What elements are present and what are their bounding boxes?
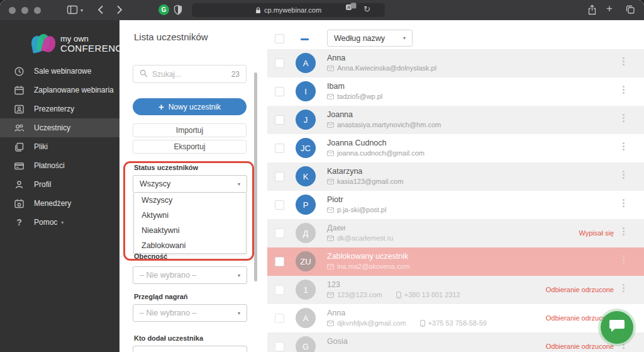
status-filter-select[interactable]: Wszyscy ▾ bbox=[133, 175, 247, 193]
close-window-button[interactable] bbox=[9, 7, 16, 14]
grammarly-extension-icon[interactable]: G bbox=[158, 4, 169, 15]
avatar: JC bbox=[296, 138, 316, 158]
participant-email: p.ja-ski@post.pl bbox=[337, 206, 386, 213]
sidebar-item-prezenterzy[interactable]: Prezenterzy bbox=[0, 99, 119, 118]
participant-name: 123 bbox=[327, 280, 460, 289]
sidebar-item-pliki[interactable]: Pliki bbox=[0, 137, 119, 156]
kebab-menu-icon[interactable] bbox=[620, 86, 626, 94]
tab-overview-icon[interactable] bbox=[625, 4, 635, 14]
participant-row[interactable]: AAnnaAnna.Kwiecinska@dolnyslask.pl bbox=[267, 49, 644, 77]
zoom-window-button[interactable] bbox=[34, 7, 41, 14]
export-button[interactable]: Eksportuj bbox=[133, 140, 247, 154]
sidebar-toggle-icon[interactable] bbox=[67, 4, 78, 15]
sidebar-item-zaplanowane-webinaria[interactable]: Zaplanowane webinaria bbox=[0, 81, 119, 99]
presenters-icon bbox=[14, 104, 25, 115]
chevron-down-icon[interactable]: ▾ bbox=[80, 8, 83, 13]
participant-row[interactable]: PPiotrp.ja-ski@post.pl bbox=[267, 191, 644, 219]
sidebar-item-label: Zaplanowane webinaria bbox=[34, 86, 114, 94]
sidebar-item-label: Menedżery bbox=[34, 199, 71, 208]
avatar: I bbox=[296, 81, 316, 101]
new-participant-button[interactable]: + Nowy uczestnik bbox=[133, 98, 247, 115]
forward-button[interactable] bbox=[116, 4, 123, 15]
kebab-menu-icon[interactable] bbox=[620, 256, 626, 264]
row-checkbox[interactable] bbox=[275, 285, 284, 295]
participant-row[interactable]: JJoannaanastasiya.martynovich@hm.com bbox=[267, 106, 644, 134]
import-button[interactable]: Importuj bbox=[133, 123, 247, 137]
envelope-icon bbox=[327, 207, 334, 213]
recordings-filter-value: – Nie wybrano – bbox=[140, 309, 196, 317]
row-checkbox[interactable] bbox=[275, 200, 284, 210]
row-checkbox[interactable] bbox=[275, 59, 284, 68]
presence-filter-select[interactable]: – Nie wybrano – ▾ bbox=[133, 266, 247, 284]
row-checkbox[interactable] bbox=[275, 229, 284, 238]
row-checkbox[interactable] bbox=[275, 314, 284, 323]
share-icon[interactable] bbox=[587, 4, 597, 16]
sidebar-item-label: Sale webinarowe bbox=[34, 67, 91, 76]
row-checkbox[interactable] bbox=[275, 144, 284, 153]
logo-line2: CONFERENCE bbox=[60, 43, 129, 54]
status-option-zablokowani[interactable]: Zablokowani bbox=[134, 238, 246, 253]
kebab-menu-icon[interactable] bbox=[620, 114, 626, 122]
reload-icon[interactable]: ↻ bbox=[364, 5, 370, 13]
envelope-icon bbox=[327, 292, 334, 298]
webinar-rooms-icon bbox=[14, 66, 25, 77]
participant-row[interactable]: ZUZablokowany uczestnikina.ma2@akovena.c… bbox=[267, 247, 644, 276]
row-checkbox[interactable] bbox=[275, 87, 284, 96]
added-by-filter-select[interactable] bbox=[133, 346, 247, 352]
status-filter-label: Status uczestników bbox=[134, 164, 198, 171]
svg-text:A: A bbox=[347, 5, 350, 9]
kebab-menu-icon[interactable] bbox=[620, 227, 626, 236]
kebab-menu-icon[interactable] bbox=[620, 171, 626, 179]
managers-icon bbox=[14, 198, 25, 209]
participant-row[interactable]: ДДаеиdk@academest.ruWypisał się bbox=[267, 219, 644, 247]
sidebar-item-pomoc[interactable]: ?Pomoc▾ bbox=[0, 213, 119, 232]
partial-select-dash-icon[interactable] bbox=[301, 38, 309, 40]
row-checkbox[interactable] bbox=[275, 172, 284, 181]
kebab-menu-icon[interactable] bbox=[620, 57, 626, 65]
participant-row[interactable]: GGosiaOdbieranie odrzucone bbox=[267, 332, 644, 352]
minimize-window-button[interactable] bbox=[21, 7, 28, 14]
chat-widget-button[interactable] bbox=[601, 311, 633, 344]
row-checkbox[interactable] bbox=[275, 342, 284, 351]
recordings-filter-select[interactable]: – Nie wybrano – ▾ bbox=[133, 304, 247, 322]
participant-row[interactable]: IIbamtadzio5@wp.pl bbox=[267, 77, 644, 106]
participant-info: Ibamtadzio5@wp.pl bbox=[327, 82, 382, 100]
shield-extension-icon[interactable] bbox=[174, 4, 182, 15]
sidebar-item-p-atno-ci[interactable]: Płatności bbox=[0, 156, 119, 175]
participant-row[interactable]: KKatarzynakasia123@gmail.com bbox=[267, 162, 644, 191]
participant-row[interactable]: AAnnadjkvnfdjvk@gmail.com+375 53 758-58-… bbox=[267, 304, 644, 332]
row-checkbox[interactable] bbox=[275, 257, 284, 266]
participant-phone: +380 13 801 2312 bbox=[404, 291, 460, 298]
avatar: A bbox=[296, 308, 316, 328]
sidebar-item-sale-webinarowe[interactable]: Sale webinarowe bbox=[0, 62, 119, 81]
status-option-aktywni[interactable]: Aktywni bbox=[134, 208, 246, 223]
new-tab-icon[interactable]: + bbox=[606, 3, 613, 15]
participant-row[interactable]: 1123123@123.com+380 13 801 2312Odbierani… bbox=[267, 276, 644, 304]
row-checkbox[interactable] bbox=[275, 115, 284, 125]
filter-panel-scrollbar[interactable] bbox=[254, 72, 257, 281]
kebab-menu-icon[interactable] bbox=[620, 284, 626, 292]
back-button[interactable] bbox=[97, 4, 104, 15]
sidebar-menu: Sale webinaroweZaplanowane webinariaPrez… bbox=[0, 62, 119, 232]
search-input[interactable]: Szukaj... 23 bbox=[133, 65, 247, 83]
participant-row[interactable]: JCJoanna Cudnochjoanna.cudnoch@gmail.com bbox=[267, 134, 644, 162]
sort-select[interactable]: Według nazwy ▾ bbox=[327, 30, 413, 47]
sidebar-item-uczestnicy[interactable]: Uczestnicy bbox=[0, 118, 119, 137]
avatar: Д bbox=[296, 223, 316, 243]
participant-info: Zablokowany uczestnikina.ma2@akovena.com bbox=[327, 252, 410, 270]
participant-info: Даеиdk@academest.ru bbox=[327, 224, 393, 242]
chevron-down-icon: ▾ bbox=[238, 181, 240, 187]
select-all-checkbox[interactable] bbox=[275, 34, 284, 43]
status-option-wszyscy[interactable]: Wszyscy bbox=[134, 193, 246, 208]
sidebar-item-mened-ery[interactable]: Menedżery bbox=[0, 194, 119, 213]
participant-info: Annadjkvnfdjvk@gmail.com+375 53 758-58-5… bbox=[327, 309, 487, 327]
status-option-nieaktywni[interactable]: Nieaktywni bbox=[134, 223, 246, 238]
kebab-menu-icon[interactable] bbox=[620, 199, 626, 207]
sidebar-item-profil[interactable]: Profil bbox=[0, 175, 119, 194]
translate-icon[interactable]: A bbox=[345, 3, 357, 11]
page-title: Lista uczestników bbox=[134, 31, 208, 42]
participant-list: AAnnaAnna.Kwiecinska@dolnyslask.plIIbamt… bbox=[267, 49, 644, 352]
app-logo[interactable]: my own CONFERENCE bbox=[31, 34, 129, 54]
participant-email: dk@academest.ru bbox=[337, 234, 393, 242]
kebab-menu-icon[interactable] bbox=[620, 142, 626, 150]
